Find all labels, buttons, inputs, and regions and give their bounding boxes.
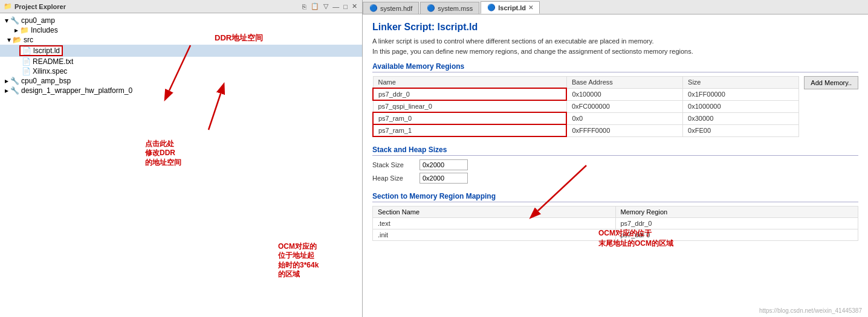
stack-label: Stack Size xyxy=(372,161,415,168)
tree-item-readme[interactable]: 📄 README.txt xyxy=(0,57,362,66)
table-row: ps7_ddr_0 0x100000 0x1FF00000 xyxy=(373,88,799,100)
section-stack-heap-title: Stack and Heap Sizes xyxy=(372,146,858,156)
tab-mss-label: system.mss xyxy=(438,5,473,12)
tree-label: design_1_wrapper_hw_platform_0 xyxy=(21,86,132,95)
memory-table-wrapper: Name Base Address Size ps7_ddr_0 0x10000… xyxy=(372,76,858,137)
tab-ld[interactable]: 🔵 lscript.ld ✕ xyxy=(481,1,540,14)
content-area: Linker Script: lscript.ld A linker scrip… xyxy=(363,14,868,317)
project-explorer-panel: 📁 Project Explorer ⎘ 📋 ▽ — □ ✕ ▾ 🔧 cpu0_… xyxy=(0,0,363,317)
platform-icon: 🔧 xyxy=(10,86,19,95)
col-section-name: Section Name xyxy=(373,207,616,218)
tree-label: Xilinx.spec xyxy=(33,67,67,75)
right-panel: 🔵 system.hdf 🔵 system.mss 🔵 lscript.ld ✕… xyxy=(363,0,868,317)
section-mapping-title: Section to Memory Region Mapping xyxy=(372,192,858,202)
tree-item-cpu0-amp[interactable]: ▾ 🔧 cpu0_amp xyxy=(0,16,362,25)
tab-ld-label: lscript.ld xyxy=(498,4,526,11)
tab-mss[interactable]: 🔵 system.mss xyxy=(420,2,479,14)
tree-label: src xyxy=(24,36,33,44)
panel-icon: 📁 xyxy=(4,2,12,10)
file-icon-txt: 📄 xyxy=(22,57,31,66)
tab-bar: 🔵 system.hdf 🔵 system.mss 🔵 lscript.ld ✕ xyxy=(363,0,868,14)
section-available-memory-title: Available Memory Regions xyxy=(372,62,858,72)
folder-icon: 📂 xyxy=(13,36,22,44)
table-row: ps7_ram_0 0x0 0x30000 xyxy=(373,112,799,124)
col-header-name: Name xyxy=(373,77,566,89)
cell-size-ram1: 0xFE00 xyxy=(683,124,799,136)
toolbar-filter-btn[interactable]: ▽ xyxy=(322,2,329,11)
cell-size-ddr: 0x1FF00000 xyxy=(683,88,799,100)
cell-size-qspi: 0x1000000 xyxy=(683,100,799,112)
add-memory-button[interactable]: Add Memory.. xyxy=(804,76,858,89)
file-icon-ld: 📄 xyxy=(22,46,31,55)
toolbar-copy-btn[interactable]: ⎘ xyxy=(301,2,308,11)
table-row: ps7_qspi_linear_0 0xFC000000 0x1000000 xyxy=(373,100,799,112)
cell-base-ram0: 0x0 xyxy=(566,112,682,124)
project-tree: ▾ 🔧 cpu0_amp ▸ 📁 Includes ▾ 📂 src 📄 lscr… xyxy=(0,13,362,317)
tab-hdf-icon: 🔵 xyxy=(369,4,378,12)
toolbar-paste-btn[interactable]: 📋 xyxy=(309,2,320,11)
cell-base-ram1: 0xFFFF0000 xyxy=(566,124,682,136)
heap-input[interactable] xyxy=(419,173,468,184)
tree-item-xilinx-spec[interactable]: 📄 Xilinx.spec xyxy=(0,66,362,76)
expand-icon: ▸ xyxy=(15,26,18,34)
panel-toolbar: ⎘ 📋 ▽ — □ ✕ xyxy=(301,2,358,11)
col-memory-region: Memory Region xyxy=(615,207,858,218)
tree-label: cpu0_amp xyxy=(21,16,55,25)
panel-close-btn[interactable]: ✕ xyxy=(351,2,358,11)
project-icon: 🔧 xyxy=(10,16,19,25)
tree-item-design-wrapper[interactable]: ▸ 🔧 design_1_wrapper_hw_platform_0 xyxy=(0,86,362,95)
stack-heap-section: Stack and Heap Sizes Stack Size Heap Siz… xyxy=(372,146,858,184)
cell-name-ram0: ps7_ram_0 xyxy=(373,112,566,124)
file-icon-spec: 📄 xyxy=(22,67,31,75)
annotation-ocm-end: OCM对应的位于 末尾地址的OCM的区域 xyxy=(598,220,673,266)
heap-size-row: Heap Size xyxy=(372,173,858,184)
tree-item-includes[interactable]: ▸ 📁 Includes xyxy=(0,25,362,35)
stack-size-row: Stack Size xyxy=(372,159,858,170)
tree-item-lscript[interactable]: 📄 lscript.ld xyxy=(0,45,362,57)
heap-label: Heap Size xyxy=(372,175,415,182)
watermark: https://blog.csdn.net/weixin_41445387 xyxy=(759,307,862,314)
mapping-section-text: .text xyxy=(373,218,616,229)
tree-label: lscript.ld xyxy=(33,46,60,55)
cell-size-ram0: 0x30000 xyxy=(683,112,799,124)
file-box-lscript: 📄 lscript.ld xyxy=(19,45,63,56)
cell-base-qspi: 0xFC000000 xyxy=(566,100,682,112)
tab-ld-icon: 🔵 xyxy=(487,4,496,11)
cell-base-ddr: 0x100000 xyxy=(566,88,682,100)
project-icon: 🔧 xyxy=(10,77,19,85)
page-title: Linker Script: lscript.ld xyxy=(372,22,858,33)
tab-hdf[interactable]: 🔵 system.hdf xyxy=(363,2,419,14)
page-desc-1: A linker script is used to control where… xyxy=(372,36,858,56)
tab-ld-close[interactable]: ✕ xyxy=(528,4,533,11)
panel-header: 📁 Project Explorer ⎘ 📋 ▽ — □ ✕ xyxy=(0,0,362,13)
tree-label: README.txt xyxy=(33,57,73,66)
memory-table: Name Base Address Size ps7_ddr_0 0x10000… xyxy=(372,76,799,137)
tab-hdf-label: system.hdf xyxy=(380,5,412,12)
tree-item-cpu0-bsp[interactable]: ▸ 🔧 cpu0_amp_bsp xyxy=(0,76,362,86)
expand-icon: ▾ xyxy=(7,36,11,44)
toolbar-maximize-btn[interactable]: □ xyxy=(342,2,349,11)
tab-mss-icon: 🔵 xyxy=(427,4,435,12)
col-header-base: Base Address xyxy=(566,77,682,89)
toolbar-collapse-btn[interactable]: — xyxy=(331,2,340,11)
expand-icon: ▸ xyxy=(5,77,8,85)
cell-name-ddr: ps7_ddr_0 xyxy=(373,88,566,100)
stack-input[interactable] xyxy=(419,159,468,170)
col-header-size: Size xyxy=(683,77,799,89)
expand-icon: ▾ xyxy=(5,16,8,25)
panel-title: Project Explorer xyxy=(15,3,299,10)
table-row: ps7_ram_1 0xFFFF0000 0xFE00 xyxy=(373,124,799,136)
tree-label: Includes xyxy=(31,26,58,34)
mapping-section-init: .init xyxy=(373,229,616,241)
tree-item-src[interactable]: ▾ 📂 src xyxy=(0,35,362,45)
cell-name-qspi: ps7_qspi_linear_0 xyxy=(373,100,566,112)
expand-icon: ▸ xyxy=(5,86,8,95)
tree-label: cpu0_amp_bsp xyxy=(21,77,71,85)
folder-icon: 📁 xyxy=(20,26,29,34)
cell-name-ram1: ps7_ram_1 xyxy=(373,124,566,136)
